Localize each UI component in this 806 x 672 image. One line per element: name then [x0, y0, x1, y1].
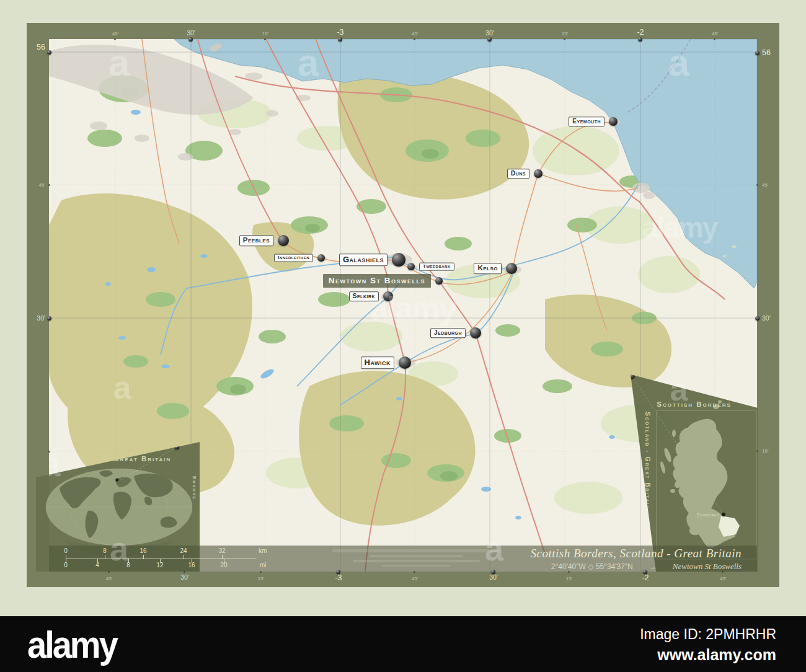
graticule-dot [336, 570, 340, 574]
scale-km-8: 8 [103, 547, 107, 554]
city-marker-jedburgh [470, 327, 481, 338]
map-subtitle: 2°40′40″W ◇ 55°34′37″N→Newtown St Boswel… [531, 562, 742, 572]
tick-bottom--2: -2 [642, 573, 649, 582]
scale-line [66, 559, 256, 559]
graticule-minor-dot [564, 38, 565, 40]
graticule-minor-dot [568, 571, 570, 573]
alamy-watermark-glyph: a [668, 40, 688, 84]
alamy-logo: alamy [27, 623, 117, 666]
tick-top--3: -3 [337, 28, 343, 37]
graticule-dot [188, 37, 193, 42]
city-label-galashiels: Galashiels [339, 254, 388, 266]
tick-bottom-30': 30' [489, 573, 498, 581]
arrow-glyph: → [649, 562, 657, 571]
alamy-watermark-bar: alamy Image ID: 2PMHRHR www.alamy.com [0, 616, 806, 672]
city-label-duns: Duns [507, 169, 529, 179]
city-marker-tweedbank [407, 263, 415, 270]
tick-top-45': 45' [412, 31, 418, 37]
scale-km-tick [184, 555, 184, 559]
graticule-minor-dot [756, 184, 758, 186]
tick-bottom-45': 45' [412, 576, 418, 581]
tick-left-56: 56 [37, 43, 45, 51]
tick-top-15': 15' [562, 31, 568, 37]
graticule-minor-dot [264, 38, 266, 40]
uk-location-dot [115, 478, 118, 481]
tick-top--2: -2 [637, 28, 644, 37]
graticule-minor-dot [114, 38, 116, 40]
graticule-dot [47, 316, 51, 321]
graticule-minor-dot [108, 571, 110, 573]
city-label-tweedbank: Tweedbank [419, 263, 454, 271]
city-label-newtown-st-boswells: Newtown St Boswells [323, 274, 431, 288]
image-id: Image ID: 2PMHRHR [640, 626, 776, 643]
tick-bottom-45': 45' [106, 576, 112, 581]
edinburgh-dot [722, 513, 725, 516]
tick-top-45': 45' [712, 31, 718, 37]
city-marker-galashiels [392, 253, 405, 267]
scale-km-32: 32 [218, 547, 225, 554]
tick-left-45': 45' [39, 182, 45, 188]
graticule-dot [47, 50, 51, 55]
graticule-dot [638, 37, 642, 42]
graticule-dot [755, 51, 760, 55]
tick-top-45': 45' [112, 31, 118, 37]
alamy-watermark-glyph: a [108, 40, 128, 84]
graticule-minor-dot [714, 38, 715, 40]
scale-km-16: 16 [140, 547, 146, 554]
city-label-hawick: Hawick [361, 356, 394, 369]
graticule-dot [491, 570, 495, 574]
alamy-watermark-glyph: alamy [370, 290, 455, 327]
city-label-kelso: Kelso [474, 263, 502, 274]
alamy-watermark-glyph: a [110, 529, 127, 568]
scale-mi-tick [66, 559, 66, 563]
city-label-peebles: Peebles [239, 235, 273, 246]
scale-bar: 08162432048121620kmmi [66, 546, 280, 572]
tick-top-30': 30' [485, 29, 494, 37]
alamy-watermark-glyph: a [298, 40, 317, 84]
city-marker-duns [534, 169, 542, 178]
attribution-text [329, 549, 503, 567]
scale-mi-tick [192, 559, 192, 563]
tick-right-56: 56 [762, 48, 771, 57]
scale-km-0: 0 [64, 547, 68, 554]
alamy-watermark-glyph: a [670, 371, 687, 408]
scale-mi-tick [160, 559, 161, 563]
map-title: Scottish Borders, Scotland - Great Brita… [531, 547, 742, 560]
scale-km-tick [222, 555, 223, 559]
city-marker-innerleithen [317, 254, 325, 262]
map-title-block: Scottish Borders, Scotland - Great Brita… [531, 547, 742, 572]
graticule-minor-dot [756, 450, 758, 452]
graticule-minor-dot [414, 38, 415, 40]
graticule-minor-dot [260, 571, 262, 573]
graticule-dot [338, 37, 342, 42]
scale-mi-tick [97, 559, 98, 563]
city-label-innerleithen: Innerleithen [274, 254, 313, 262]
tick-right-15': 15' [762, 448, 768, 454]
alamy-watermark-glyph: a [485, 529, 502, 568]
graticule-dot [643, 570, 647, 574]
scale-mi-tick [128, 559, 129, 563]
tick-right-30': 30' [762, 314, 771, 322]
tick-bottom-45': 45' [720, 576, 726, 581]
tick-bottom-15': 15' [258, 576, 264, 581]
graticule-dot [755, 316, 760, 321]
city-marker-peebles [278, 235, 289, 246]
capital-name: Newtown St Boswells [673, 562, 742, 571]
graticule-dot [487, 37, 492, 42]
alamy-watermark-glyph: a [113, 369, 130, 406]
graticule-minor-dot [722, 571, 724, 573]
alamy-url: www.alamy.com [640, 646, 776, 664]
alamy-credits: Image ID: 2PMHRHR www.alamy.com [640, 626, 776, 664]
stock-photo-page: 08162432048121620kmmi Scottish Borders, … [0, 0, 806, 672]
city-label-eyemouth: Eyemouth [569, 117, 604, 126]
alamy-watermark-glyph: alamy [642, 211, 717, 244]
graticule-minor-dot [184, 571, 185, 573]
map-footer-band: 08162432048121620kmmi Scottish Borders, … [49, 546, 757, 572]
alamy-watermark-glyph: a [49, 444, 60, 484]
map-outer-border: 08162432048121620kmmi Scottish Borders, … [27, 23, 779, 587]
tick-bottom--3: -3 [335, 573, 342, 582]
tick-top-30': 30' [187, 29, 195, 37]
tick-top-15': 15' [262, 31, 268, 37]
edinburgh-label: Edinburgh [697, 513, 719, 517]
city-label-jedburgh: Jedburgh [430, 328, 466, 338]
